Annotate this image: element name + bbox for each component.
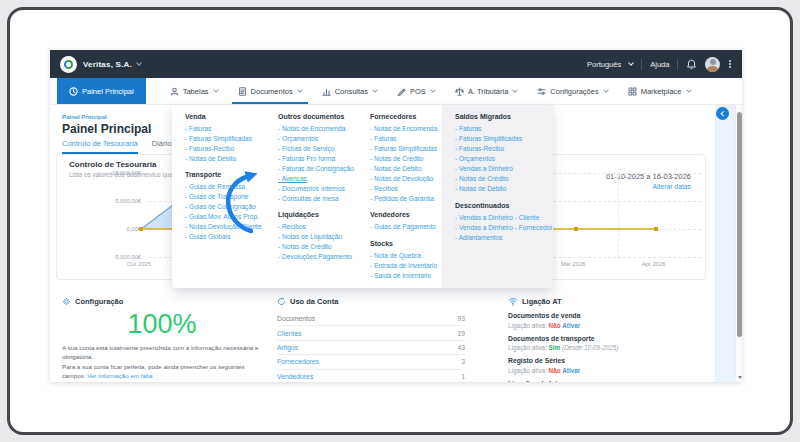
menu-item[interactable]: Vendas a Dinheiro - Fornecedor — [455, 223, 551, 233]
nav-item-marketplace[interactable]: Marketplace — [618, 78, 701, 104]
menu-item[interactable]: Orçamentos — [278, 134, 370, 144]
missing-info-link[interactable]: Ver informação em falta — [87, 372, 152, 379]
menu-item[interactable]: Faturas Pro forma — [278, 154, 370, 164]
menu-item[interactable]: Notas de Débito — [370, 164, 462, 174]
chevron-down-icon — [512, 87, 518, 93]
nav-item-tabelas[interactable]: Tabelas — [160, 78, 228, 104]
menu-group-title: Vendedores — [370, 211, 462, 219]
menu-item[interactable]: Notas de Liquidação — [278, 232, 370, 242]
menu-item[interactable]: Guias de Transporte — [185, 192, 277, 202]
treasury-card-title: Controlo de Tesouraria — [69, 160, 156, 169]
top-bar: Veritas, S.A. Português Ajuda — [50, 50, 742, 78]
menu-item[interactable]: Devoluções Pagamento — [278, 252, 370, 262]
dashboard-clock-icon — [69, 87, 78, 96]
menu-item[interactable]: Notas de Crédito — [278, 242, 370, 252]
menu-item[interactable]: Nota de Quebra — [370, 251, 462, 261]
menu-group-title: Transporte — [185, 171, 277, 179]
menu-item[interactable]: Faturas-Recibo — [185, 144, 277, 154]
menu-item[interactable]: Notas de Débito — [455, 184, 551, 194]
menu-item[interactable]: Notas de Devolução — [370, 174, 462, 184]
menu-item[interactable]: Consultas de mesa — [278, 194, 370, 204]
usage-link[interactable]: Vendedores — [277, 373, 313, 380]
usage-row: Documentos 93 — [277, 312, 465, 326]
main-content: Painel Principal Painel Principal Contro… — [50, 105, 742, 382]
menu-item-avencas[interactable]: Avenças — [278, 174, 370, 184]
menu-item[interactable]: Recibos — [278, 222, 370, 232]
menu-item[interactable]: Orçamentos — [455, 154, 551, 164]
at-activate-link[interactable]: Ativar — [562, 322, 580, 329]
completion-percent: 100% — [62, 309, 262, 340]
menu-column-1: Venda Faturas Faturas Simplificadas Fatu… — [185, 105, 277, 242]
nav-item-pos[interactable]: POS — [387, 78, 445, 104]
menu-item[interactable]: Guias de Pagamento — [370, 222, 462, 232]
menu-group-title: Stocks — [370, 240, 462, 248]
menu-item[interactable]: Documentos Internos — [278, 184, 370, 194]
language-selector[interactable]: Português — [587, 60, 621, 69]
menu-item[interactable]: Saída de Inventário — [370, 271, 462, 281]
help-link[interactable]: Ajuda — [650, 60, 669, 69]
y-axis-tick: -5.000,00€ — [89, 254, 141, 260]
more-options-icon[interactable] — [728, 59, 732, 69]
chevron-down-icon — [628, 60, 634, 66]
menu-item[interactable]: Guias de Consignação — [185, 202, 277, 212]
menu-item[interactable]: Notas de Encomenda — [370, 124, 462, 134]
vertical-scrollbar[interactable] — [735, 105, 742, 382]
wifi-icon — [508, 297, 518, 306]
collapse-panel-button[interactable] — [716, 107, 729, 120]
menu-item[interactable]: Faturas — [185, 124, 277, 134]
menu-item[interactable]: Notas de Crédito — [370, 154, 462, 164]
menu-item[interactable]: Faturas-Recibo — [455, 144, 551, 154]
account-usage-section: Uso da Conta Documentos 93 Clientes 19 A… — [277, 297, 465, 382]
menu-item[interactable]: Faturas — [370, 134, 462, 144]
menu-item[interactable]: Faturas — [455, 124, 551, 134]
menu-item[interactable]: Guias Mov. Ativos Próp. — [185, 212, 277, 222]
menu-group-title: Saldos Migrados — [455, 113, 551, 121]
menu-item[interactable]: Entrada de Inventário — [370, 261, 462, 271]
menu-item[interactable]: Faturas Simplificadas — [370, 144, 462, 154]
nav-item-a-tributaria[interactable]: A. Tributária — [445, 78, 527, 104]
nav-item-configuracoes[interactable]: Configurações — [527, 78, 617, 104]
nav-label: A. Tributária — [468, 87, 508, 96]
usage-link[interactable]: Fornecedores — [277, 358, 319, 365]
menu-item[interactable]: Fichas de Serviço — [278, 144, 370, 154]
menu-item[interactable]: Notas de Débito — [185, 154, 277, 164]
tab-controlo-de-tesouraria[interactable]: Controlo de Tesouraria — [62, 139, 138, 154]
menu-item[interactable]: Faturas de Consignação — [278, 164, 370, 174]
at-status-label: Ligação ativa: — [508, 367, 547, 374]
menu-item[interactable]: Notas de Encomenda — [278, 124, 370, 134]
user-avatar[interactable] — [705, 57, 720, 72]
app-window: Veritas, S.A. Português Ajuda Painel Pri… — [50, 50, 742, 382]
scrollbar-thumb[interactable] — [737, 112, 742, 337]
nav-item-painel-principal[interactable]: Painel Principal — [57, 78, 146, 104]
menu-item[interactable]: Pedidos de Garantia — [370, 194, 462, 204]
config-text-1: A sua conta está totalmente preenchida c… — [62, 344, 258, 360]
menu-column-3: Fornecedores Notas de Encomenda Faturas … — [370, 105, 462, 281]
menu-column-2: Outros documentos Notas de Encomenda Orç… — [278, 105, 370, 262]
menu-item[interactable]: Adiantamentos — [455, 233, 551, 243]
configuration-section: Configuração 100% A sua conta está total… — [62, 297, 262, 380]
menu-item[interactable]: Faturas Simplificadas — [185, 134, 277, 144]
usage-link[interactable]: Artigos — [277, 344, 298, 351]
chevron-down-icon — [430, 87, 436, 93]
menu-item[interactable]: Guias Globais — [185, 232, 277, 242]
company-name[interactable]: Veritas, S.A. — [83, 60, 132, 69]
at-title: Ligação AT — [522, 297, 562, 306]
at-activate-link[interactable]: Ativar — [562, 367, 580, 374]
at-status-value: Não — [549, 367, 561, 374]
nav-item-documentos[interactable]: Documentos — [228, 78, 312, 104]
menu-item[interactable]: Notas de Crédito — [455, 174, 551, 184]
nav-item-consultas[interactable]: Consultas — [312, 78, 387, 104]
scrollbar-down-arrow[interactable] — [738, 376, 742, 379]
breadcrumb[interactable]: Painel Principal — [62, 114, 107, 120]
notifications-bell-icon[interactable] — [686, 59, 697, 70]
menu-item[interactable]: Guias de Remessa — [185, 182, 277, 192]
at-entry-title: Ligações de Interesse — [508, 380, 713, 383]
menu-item[interactable]: Notas Devolução Cliente — [185, 222, 277, 232]
usage-link[interactable]: Clientes — [277, 330, 302, 337]
menu-item[interactable]: Recibos — [370, 184, 462, 194]
menu-item[interactable]: Vendas a Dinheiro — [455, 164, 551, 174]
menu-item[interactable]: Faturas Simplificadas — [455, 134, 551, 144]
menu-item[interactable]: Vendas a Dinheiro - Cliente — [455, 213, 551, 223]
chevron-down-icon — [297, 87, 303, 93]
document-icon — [238, 87, 247, 96]
